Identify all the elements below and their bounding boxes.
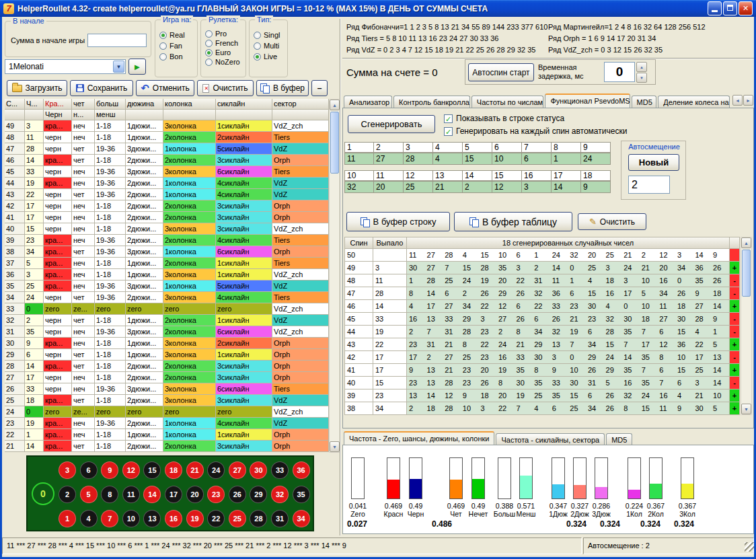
board-number-35[interactable]: 35 [293, 486, 310, 503]
radio-option-Multi[interactable]: Multi [254, 42, 283, 50]
board-number-22[interactable]: 22 [207, 510, 225, 527]
board-number-19[interactable]: 19 [186, 510, 204, 527]
history-row[interactable]: 4117черннеч1-182дюжи...2колонка3сиклайнO… [5, 212, 329, 223]
board-number-14[interactable]: 14 [143, 486, 161, 503]
radio-icon[interactable] [159, 42, 167, 50]
history-scrollbar-thumb[interactable] [330, 112, 339, 174]
tab-MD5[interactable]: MD5 [632, 96, 657, 108]
scroll-up-icon[interactable]: ▲ [330, 100, 340, 110]
history-row[interactable]: 4217черннеч1-182дюжи...2колонка3сиклайнO… [5, 200, 329, 212]
board-number-33[interactable]: 33 [271, 461, 289, 479]
history-row[interactable]: 221кра...неч1-181дюжи...1колонка1сиклайн… [5, 429, 329, 441]
board-number-20[interactable]: 20 [186, 486, 204, 503]
copy-row-button[interactable]: В буфер строку [346, 212, 450, 231]
history-row[interactable]: 363кра...неч1-181дюжи...3колонка1сиклайн… [5, 269, 329, 281]
shift-input[interactable] [628, 176, 670, 194]
resize-grip[interactable] [745, 542, 754, 552]
tab-Анализатор[interactable]: Анализатор [344, 96, 392, 108]
autospin-start-button[interactable]: Автоспин старт [468, 63, 534, 81]
board-number-16[interactable]: 16 [165, 510, 182, 527]
load-button[interactable]: Загрузить [7, 80, 67, 96]
board-number-10[interactable]: 10 [122, 510, 140, 527]
scroll-up-icon[interactable]: ▲ [741, 237, 751, 248]
board-number-15[interactable]: 15 [143, 461, 161, 479]
collapse-button[interactable]: – [311, 80, 328, 96]
board-number-5[interactable]: 5 [80, 486, 98, 503]
history-scrollbar[interactable]: ▲ ▼ [329, 99, 340, 453]
generated-row[interactable]: 421717227252316333030292414358101713- [345, 351, 740, 364]
board-number-25[interactable]: 25 [229, 510, 246, 527]
radio-option-French[interactable]: French [205, 39, 241, 47]
radio-icon[interactable] [254, 32, 261, 39]
radio-icon[interactable] [205, 59, 213, 66]
copy-table-button[interactable]: В буфер таблицу [454, 212, 572, 231]
radio-option-Bon[interactable]: Bon [159, 52, 193, 61]
delay-value[interactable]: 0 [604, 62, 635, 82]
copy-buffer-button[interactable]: В буфер [256, 80, 309, 96]
history-row[interactable]: 4015черннеч1-182дюжи...3колонка3сиклайнV… [5, 223, 329, 235]
save-button[interactable]: Сохранить [70, 80, 133, 96]
board-number-1[interactable]: 1 [59, 510, 76, 527]
checkbox-icon[interactable]: ✓ [444, 114, 453, 123]
history-row[interactable]: 3923кра...неч19-362дюжи...2колонка4сикла… [5, 235, 329, 246]
history-row[interactable]: 240zeroze...zerozerozerozeroVdZ_zch [5, 406, 329, 418]
tabs-scroll-right-icon[interactable]: ► [743, 95, 753, 106]
radio-icon[interactable] [205, 30, 213, 38]
play-button[interactable]: ► [128, 59, 146, 75]
clear-button[interactable]: Очистить [197, 80, 254, 96]
board-number-29[interactable]: 29 [250, 486, 267, 503]
board-number-17[interactable]: 17 [165, 486, 182, 503]
board-number-8[interactable]: 8 [101, 486, 118, 503]
history-row[interactable]: 2114кра...чет1-182дюжи...2колонка3сиклай… [5, 441, 329, 452]
board-number-23[interactable]: 23 [207, 486, 225, 503]
history-row[interactable]: 309кра...неч1-181дюжи...3колонка2сиклайн… [5, 338, 329, 349]
radio-icon[interactable] [205, 40, 213, 47]
generated-scrollbar-thumb[interactable] [742, 250, 751, 297]
history-row[interactable]: 3424чернчет19-362дюжи...3колонка4сиклайн… [5, 292, 329, 303]
generated-table-scrollbar[interactable]: ▲ ▼ [741, 237, 752, 415]
history-row[interactable]: 330zeroze...zerozerozerozeroVdZ_zch [5, 303, 329, 315]
tabs-scroll-left-icon[interactable]: ◄ [732, 95, 743, 106]
board-number-7[interactable]: 7 [101, 510, 118, 527]
tab-Функционал PsevdoMS[interactable]: Функционал PsevdoMS [545, 94, 630, 108]
freq-tab-Частота - Zero, шансы, дюжины, колонки[interactable]: Частота - Zero, шансы, дюжины, колонки [344, 431, 494, 446]
board-number-2[interactable]: 2 [59, 486, 76, 503]
history-row[interactable]: 2717черннеч1-182дюжи...2колонка3сиклайнO… [5, 372, 329, 383]
board-number-30[interactable]: 30 [250, 461, 267, 479]
history-row[interactable]: 4614кра...чет1-182дюжи...2колонка3сиклай… [5, 155, 329, 166]
board-number-12[interactable]: 12 [122, 461, 140, 479]
radio-icon[interactable] [254, 42, 261, 50]
clear-generated-button[interactable]: ✎ Очистить [578, 213, 646, 230]
checkbox-show-status[interactable]: ✓ Показывать в строке статуса [444, 114, 564, 123]
generated-row[interactable]: 461441727342212622332330401011182714+ [345, 300, 740, 313]
radio-icon[interactable] [254, 53, 261, 61]
board-number-13[interactable]: 13 [143, 510, 161, 527]
board-number-34[interactable]: 34 [293, 510, 310, 527]
delay-down-icon[interactable]: ▼ [636, 73, 647, 83]
checkbox-icon[interactable]: ✓ [444, 127, 453, 136]
board-number-28[interactable]: 28 [250, 510, 267, 527]
board-number-9[interactable]: 9 [101, 461, 118, 479]
radio-icon[interactable] [159, 53, 167, 61]
radio-icon[interactable] [205, 49, 213, 57]
board-number-31[interactable]: 31 [271, 510, 289, 527]
generated-row[interactable]: 38342182810322746253426815119305+ [345, 402, 740, 415]
board-number-11[interactable]: 11 [122, 486, 140, 503]
combobox-dropdown-icon[interactable]: ▼ [113, 61, 124, 73]
scroll-down-icon[interactable]: ▼ [330, 441, 340, 452]
history-row[interactable]: 322чернчет1-181дюжи...2колонка1сиклайнVd… [5, 315, 329, 326]
tab-Частоты по числам[interactable]: Частоты по числам [471, 96, 544, 108]
tab-Контроль банкролла[interactable]: Контроль банкролла [393, 96, 470, 108]
generated-row[interactable]: 3923131412918201925351562632241642110+ [345, 389, 740, 402]
tab-Деление колеса на[interactable]: Деление колеса на [658, 96, 730, 108]
checkbox-autogen[interactable]: ✓ Генерировать на каждый спин автоматиче… [444, 126, 627, 136]
history-row[interactable]: 2814кра...чет1-182дюжи...2колонка3сиклай… [5, 361, 329, 372]
radio-option-Real[interactable]: Real [159, 31, 193, 39]
history-row[interactable]: 3834кра...чет19-363дюжи...1колонка6сикла… [5, 246, 329, 258]
history-row[interactable]: 296чернчет1-181дюжи...3колонка1сиклайнOr… [5, 349, 329, 361]
history-row[interactable]: 3135черннеч19-363дюжи...2колонка6сиклайн… [5, 326, 329, 338]
board-number-24[interactable]: 24 [207, 461, 225, 479]
generated-row[interactable]: 4533161333293272662621233230182730289- [345, 313, 740, 326]
delay-up-icon[interactable]: ▲ [636, 62, 647, 72]
close-button[interactable]: ✕ [739, 1, 753, 15]
